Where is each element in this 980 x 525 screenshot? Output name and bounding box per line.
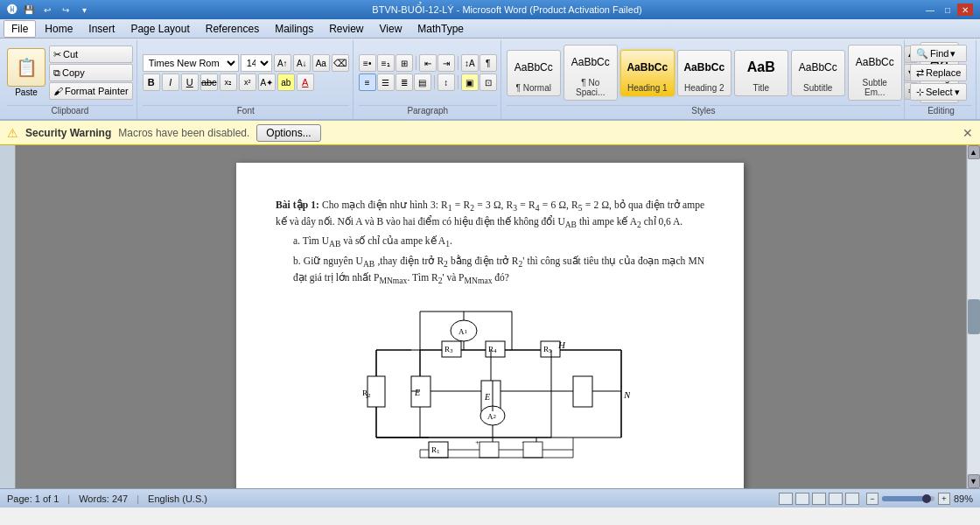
strikethrough-btn[interactable]: abc: [200, 74, 218, 91]
style-item-1[interactable]: AaBbCc ¶ No Spaci...: [564, 45, 618, 101]
font-color-btn[interactable]: A: [297, 74, 314, 91]
style-item-5[interactable]: AaBbCc Subtitle: [791, 50, 845, 96]
paste-label: Paste: [15, 88, 38, 97]
paintbrush-icon: 🖌: [53, 86, 63, 96]
zoom-out-btn[interactable]: −: [866, 493, 878, 505]
view-draft-btn[interactable]: [845, 493, 859, 505]
zoom-in-btn[interactable]: +: [938, 493, 950, 505]
circuit-diagram: M N R2 R3 R4 R5 A1: [276, 298, 704, 464]
clear-format-btn[interactable]: ⌫: [332, 54, 349, 72]
underline-btn[interactable]: U: [181, 74, 199, 91]
shrink-font-btn[interactable]: A↓: [293, 54, 311, 72]
line-spacing-btn[interactable]: ↕: [438, 74, 455, 91]
shading-btn[interactable]: ▣: [461, 74, 479, 91]
superscript-btn[interactable]: x²: [239, 74, 256, 91]
view-fullscreen-btn[interactable]: [795, 493, 809, 505]
quick-customize-btn[interactable]: ▾: [76, 2, 92, 18]
page-count: Page: 1 of 1: [7, 494, 59, 504]
view-outline-btn[interactable]: [829, 493, 843, 505]
highlight-btn[interactable]: ab: [277, 74, 295, 91]
window-title: BTVN-BUỔI-12-LÝ - Microsoft Word (Produc…: [92, 4, 922, 16]
italic-btn[interactable]: I: [162, 74, 179, 91]
quick-undo-btn[interactable]: ↩: [39, 2, 55, 18]
menu-references[interactable]: References: [199, 21, 266, 37]
scrollbar-up-btn[interactable]: ▲: [968, 145, 980, 159]
change-case-btn[interactable]: Aa: [312, 54, 330, 72]
style-item-6[interactable]: AaBbCc Subtle Em...: [848, 45, 902, 101]
border-btn[interactable]: ⊡: [480, 74, 497, 91]
align-right-btn[interactable]: ≣: [396, 74, 413, 91]
font-size-select[interactable]: 14: [241, 54, 272, 72]
show-hide-btn[interactable]: ¶: [480, 54, 497, 72]
copy-button[interactable]: ⧉ Copy: [49, 64, 133, 81]
text-effect-btn[interactable]: A✦: [258, 74, 276, 91]
security-warning-icon: ⚠: [7, 126, 18, 140]
align-center-btn[interactable]: ☰: [377, 74, 395, 91]
style-item-4[interactable]: AaB Title: [734, 50, 788, 96]
close-btn[interactable]: ✕: [957, 4, 973, 16]
view-print-btn[interactable]: [779, 493, 793, 505]
format-painter-button[interactable]: 🖌 Format Painter: [49, 82, 133, 100]
font-name-select[interactable]: Times New Rom: [143, 54, 239, 72]
paste-button[interactable]: 📋: [7, 48, 46, 87]
style-item-2[interactable]: AaBbCc Heading 1: [620, 50, 675, 96]
quick-redo-btn[interactable]: ↪: [58, 2, 74, 18]
cut-button[interactable]: ✂ Cut: [49, 46, 133, 63]
style-item-0[interactable]: AaBbCc ¶ Normal: [507, 50, 561, 96]
view-mode-group: [779, 493, 859, 505]
justify-btn[interactable]: ▤: [414, 74, 431, 91]
menu-mailings[interactable]: Mailings: [268, 21, 320, 37]
menu-insert[interactable]: Insert: [81, 21, 122, 37]
menu-file[interactable]: File: [4, 20, 36, 38]
document-area: ▲ ▼ Bài tập 1: Cho mạch điện như hình 3:…: [0, 145, 980, 488]
multilevel-btn[interactable]: ⊞: [396, 54, 413, 72]
select-icon: ⊹: [916, 87, 924, 98]
menu-view[interactable]: View: [373, 21, 410, 37]
numbering-btn[interactable]: ≡₁: [377, 54, 395, 72]
zoom-slider[interactable]: [882, 496, 934, 501]
decrease-indent-btn[interactable]: ⇤: [419, 54, 437, 72]
maximize-btn[interactable]: □: [940, 4, 956, 16]
doc-paragraph-3: b. Giữ nguyên UAB ,thay điện trở R2 bằng…: [293, 254, 704, 286]
style-item-3[interactable]: AaBbCc Heading 2: [677, 50, 732, 96]
title-bar: 🅦 💾 ↩ ↪ ▾ BTVN-BUỔI-12-LÝ - Microsoft Wo…: [0, 0, 980, 19]
options-button[interactable]: Options...: [256, 124, 320, 142]
svg-rect-49: [573, 376, 592, 407]
menu-home[interactable]: Home: [38, 21, 80, 37]
styles-label: Styles: [507, 105, 900, 117]
find-button[interactable]: 🔍 Find ▾: [910, 45, 967, 62]
menu-review[interactable]: Review: [322, 21, 370, 37]
minimize-btn[interactable]: —: [922, 4, 938, 16]
ribbon: 📋 Paste ✂ Cut ⧉ Copy 🖌 Format Pa: [0, 38, 980, 121]
svg-rect-63: [480, 442, 499, 458]
replace-button[interactable]: ⇄ Replace: [910, 64, 967, 81]
svg-text:A2: A2: [487, 412, 497, 421]
replace-icon: ⇄: [916, 67, 924, 79]
menu-pagelayout[interactable]: Page Layout: [123, 21, 196, 37]
align-left-btn[interactable]: ≡: [359, 74, 376, 91]
close-security-btn[interactable]: ✕: [962, 126, 973, 140]
font-label: Font: [143, 105, 349, 117]
clipboard-group: 📋 Paste ✂ Cut ⧉ Copy 🖌 Format Pa: [4, 40, 137, 119]
svg-text:E: E: [484, 392, 490, 402]
scrollbar-down-btn[interactable]: ▼: [968, 474, 980, 488]
editing-label: Editing: [910, 105, 972, 117]
select-button[interactable]: ⊹ Select ▾: [910, 83, 967, 101]
menu-mathtype[interactable]: MathType: [410, 21, 471, 37]
grow-font-btn[interactable]: A↑: [274, 54, 291, 72]
increase-indent-btn[interactable]: ⇥: [438, 54, 455, 72]
bold-btn[interactable]: B: [143, 74, 160, 91]
paragraph-group: ≡• ≡₁ ⊞ ⇤ ⇥ ↕A ¶ ≡ ☰ ≣ ▤: [355, 40, 501, 119]
zoom-level: 89%: [954, 494, 973, 504]
view-web-btn[interactable]: [812, 493, 826, 505]
font-group: Times New Rom 14 A↑ A↓ Aa ⌫ B I U: [139, 40, 354, 119]
clipboard-label: Clipboard: [7, 105, 133, 117]
quick-save-btn[interactable]: 💾: [21, 2, 37, 18]
styles-group: AaBbCc ¶ Normal AaBbCc ¶ No Spaci... AaB…: [503, 40, 905, 119]
svg-text:A1: A1: [458, 327, 468, 336]
sort-btn[interactable]: ↕A: [461, 54, 479, 72]
bullets-btn[interactable]: ≡•: [359, 54, 376, 72]
scrollbar-thumb[interactable]: [968, 299, 980, 334]
scissors-icon: ✂: [53, 49, 61, 60]
subscript-btn[interactable]: x₂: [220, 74, 237, 91]
